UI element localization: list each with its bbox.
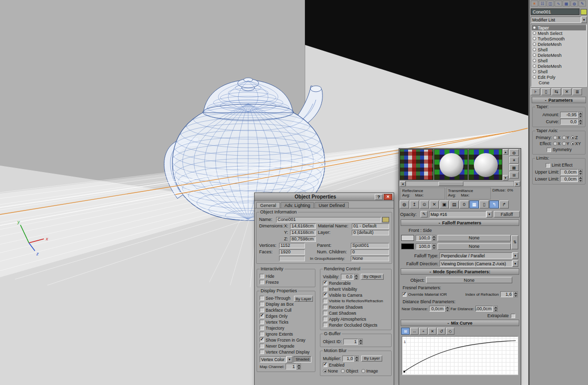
motion-blur-enabled-checkbox[interactable] [323,363,327,367]
modifier-visibility-icon[interactable] [533,70,536,73]
add-point-icon[interactable]: + [419,328,428,335]
schematic-view-icon[interactable]: ▦ [563,0,570,6]
scroll-left-icon[interactable]: ◄ [400,181,406,187]
edges-only-checkbox[interactable] [260,314,264,318]
primary-x-radio[interactable]: X [553,135,561,140]
sample-vertical-scrollbar[interactable]: ▲ ▼ [503,149,508,181]
visibility-spinner[interactable]: 0,0 [341,274,358,280]
chevron-down-icon[interactable]: ▼ [512,260,518,267]
upper-limit-spinner[interactable]: 0,0cm [560,169,583,175]
help-icon[interactable]: ? [375,194,383,200]
scrollbar-thumb[interactable] [439,182,463,186]
extrapolate-checkbox[interactable] [511,314,515,318]
show-frozen-in-gray-checkbox[interactable] [260,338,264,342]
freeze-checkbox[interactable] [260,280,264,284]
limit-effect-checkbox[interactable] [546,163,550,168]
display-by-layer-button[interactable]: By Layer [294,296,313,302]
shaded-button[interactable]: Shaded [294,356,311,363]
vertex-color-dropdown[interactable]: Vertex Color ▼ [260,356,293,363]
motion-blur-none-radio[interactable]: None [323,369,338,374]
modifier-stack-item-base[interactable]: Cone [532,80,586,85]
symmetry-checkbox[interactable] [547,148,551,152]
modifier-stack-item[interactable]: DeleteMesh [532,63,586,69]
make-unique-icon[interactable]: ▣ [440,200,449,208]
modifier-visibility-icon[interactable] [533,42,536,46]
scale-point-icon[interactable]: ↔ [410,328,419,335]
modifier-visibility-icon[interactable] [533,53,536,57]
put-to-library-icon[interactable]: ▤ [449,200,459,208]
motion-blur-image-radio[interactable]: Image [361,369,378,374]
go-to-parent-icon[interactable]: ↰ [489,200,499,208]
renderable-checkbox[interactable] [323,281,327,285]
get-material-icon[interactable]: ◍ [400,200,409,208]
modifier-visibility-icon[interactable] [533,48,536,51]
visible-to-camera-checkbox[interactable] [323,293,327,297]
modifier-stack-item[interactable]: Taper [532,25,586,30]
tab-general[interactable]: General [256,202,280,208]
modifier-stack-item[interactable]: Shell [532,69,586,74]
modifier-stack-item[interactable]: DeleteMesh [532,41,586,47]
curve-point[interactable] [404,371,406,373]
backlight-icon[interactable]: ☀ [509,157,519,164]
override-ior-checkbox[interactable] [402,292,407,297]
mirror-icon[interactable]: ✳ [531,0,538,6]
mix-curve-editor[interactable]: 1 [402,336,518,375]
make-unique-button[interactable]: ⇆ [552,88,561,95]
scroll-up-icon[interactable]: ▲ [503,149,508,155]
go-to-sibling-icon[interactable]: ↱ [499,200,509,208]
motion-blur-object-radio[interactable]: Object [341,369,358,374]
pin-stack-button[interactable]: ⊦ [531,88,540,95]
display-as-box-checkbox[interactable] [260,302,264,306]
reset-curve-icon[interactable]: ↺ [437,328,445,335]
align-icon[interactable]: ☷ [539,0,546,6]
see-through-checkbox[interactable] [260,296,264,300]
side-map-button[interactable]: None [438,243,511,250]
tab-user-defined[interactable]: User Defined [314,202,349,208]
map-name-dropdown[interactable]: Map #16 ▼ [429,211,492,217]
mode-specific-rollout-header[interactable]: - Mode Specific Parameters: [401,268,519,275]
object-id-spinner[interactable]: 1 [343,339,363,345]
tab-adv-lighting[interactable]: Adv. Lighting [281,202,314,208]
receive-shadows-checkbox[interactable] [323,305,327,309]
eyedropper-icon[interactable]: ✎ [421,211,428,217]
parameters-rollout-header[interactable]: - Parameters [532,97,586,103]
front-amount-spinner[interactable]: 100,0 [416,235,436,241]
far-distance-spinner[interactable]: 100,0cm [475,306,498,312]
amount-spinner[interactable]: -0,95 [560,112,583,118]
hide-checkbox[interactable] [260,274,264,278]
lower-limit-spinner[interactable]: 0,0cm [560,176,583,182]
cast-shadows-checkbox[interactable] [323,311,327,315]
sample-type-icon[interactable]: ◍ [509,149,519,156]
modifier-visibility-icon[interactable] [533,75,536,79]
curve-editor-icon[interactable]: ∿ [555,0,562,6]
ignore-extents-checkbox[interactable] [260,332,264,336]
visibility-by-object-button[interactable]: By Object [361,274,384,280]
modifier-stack[interactable]: Taper Mesh Select TurboSmooth DeleteMesh… [531,24,587,87]
modifier-visibility-icon[interactable] [533,31,536,35]
modifier-list-dropdown[interactable]: Modifier List ▼ [531,16,587,23]
layer-manager-icon[interactable]: ◫ [547,0,554,6]
show-map-in-viewport-icon[interactable]: ▦ [469,200,479,208]
material-editor-icon[interactable]: ◍ [571,0,578,6]
apply-atmospherics-checkbox[interactable] [323,317,327,321]
modifier-stack-item[interactable]: Edit Poly [532,74,586,80]
object-name-field[interactable]: Cone001 [531,8,580,15]
falloff-direction-dropdown[interactable]: Viewing Direction (Camera Z-Axis) ▼ [440,260,518,267]
modifier-stack-item[interactable]: DeleteMesh [532,52,586,58]
sample-tiling-icon[interactable]: ⊞ [509,172,519,179]
modifier-visibility-icon[interactable] [533,26,536,29]
render-setup-icon[interactable]: ✎ [579,0,586,6]
material-sample-slot[interactable] [434,149,468,180]
multiplier-spinner[interactable]: 1,0 [342,356,359,362]
backface-cull-checkbox[interactable] [260,308,264,312]
visible-to-reflection-checkbox[interactable] [323,299,327,303]
modifier-stack-item[interactable]: Mesh Select [532,30,586,36]
modifier-visibility-icon[interactable] [533,59,536,62]
effect-y-radio[interactable]: Y [562,141,570,146]
scroll-down-icon[interactable]: ▼ [503,175,508,181]
material-sample-slot[interactable] [468,149,502,180]
object-color-swatch[interactable] [382,217,389,222]
ior-spinner[interactable]: 1,6 [500,291,518,297]
mix-curve-rollout-header[interactable]: - Mix Curve [401,320,519,326]
chevron-down-icon[interactable]: ▼ [581,16,587,23]
